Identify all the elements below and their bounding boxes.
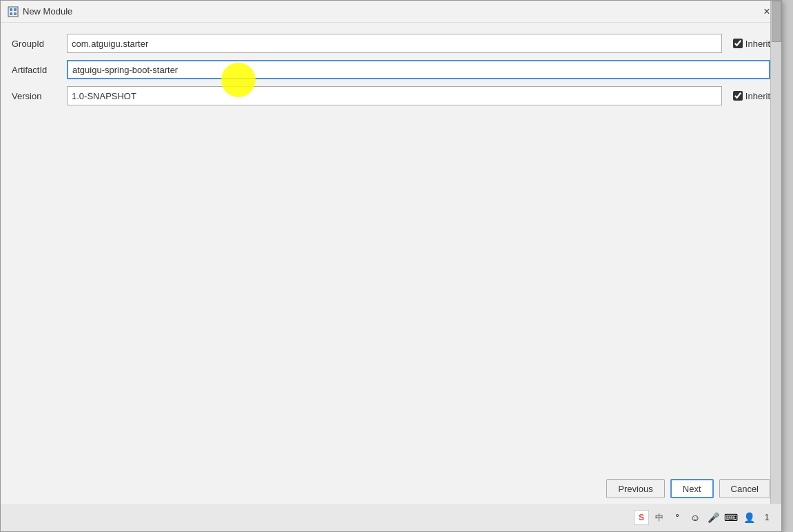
dot-icon[interactable]: ° (670, 510, 685, 525)
version-inherit-label: Inherit (745, 91, 770, 101)
emoji-label: ☺ (690, 512, 700, 523)
cancel-button[interactable]: Cancel (719, 479, 770, 498)
button-row: Previous Next Cancel (606, 479, 770, 498)
artifactid-label: ArtifactId (12, 65, 67, 75)
title-left: New Module (8, 6, 72, 17)
groupid-inherit-checkbox[interactable] (733, 39, 743, 48)
groupid-input-wrapper: Inherit (67, 34, 770, 53)
mic-icon[interactable]: 🎤 (706, 510, 721, 525)
svg-rect-1 (10, 8, 12, 11)
version-inherit-checkbox[interactable] (733, 91, 743, 101)
form-content: GroupId Inherit ArtifactId Version (1, 23, 781, 531)
user-label: 👤 (743, 512, 755, 523)
taskbar: S 中 ° ☺ 🎤 ⌨ 👤 1 (1, 504, 781, 531)
new-module-dialog: New Module × GroupId Inherit ArtifactId (0, 0, 782, 532)
groupid-label: GroupId (12, 39, 67, 49)
emoji-icon[interactable]: ☺ (688, 510, 703, 525)
groupid-input[interactable] (67, 34, 722, 53)
sogou-icon[interactable]: S (634, 510, 649, 525)
sogou-label: S (639, 513, 644, 522)
groupid-row: GroupId Inherit (12, 34, 770, 53)
chinese-input-icon[interactable]: 中 (652, 510, 667, 525)
svg-rect-2 (14, 8, 17, 11)
number-label: 1 (765, 513, 770, 522)
dialog-overlay: New Module × GroupId Inherit ArtifactId (0, 0, 793, 532)
version-input-wrapper: Inherit (67, 86, 770, 105)
dialog-titlebar: New Module × (1, 1, 781, 23)
svg-rect-4 (14, 12, 17, 15)
mic-label: 🎤 (708, 512, 719, 523)
artifactid-row: ArtifactId (12, 60, 770, 79)
version-inherit-wrapper: Inherit (733, 91, 770, 101)
previous-button[interactable]: Previous (606, 479, 665, 498)
version-label: Version (12, 91, 67, 101)
next-button[interactable]: Next (670, 479, 714, 498)
artifactid-input[interactable] (67, 60, 770, 79)
user-icon[interactable]: 👤 (741, 510, 756, 525)
number-icon[interactable]: 1 (759, 510, 774, 525)
groupid-inherit-wrapper: Inherit (733, 39, 770, 49)
scrollbar-thumb[interactable] (772, 1, 781, 42)
groupid-inherit-label: Inherit (745, 39, 770, 49)
keyboard-icon[interactable]: ⌨ (723, 510, 739, 525)
chinese-char: 中 (655, 512, 663, 524)
artifactid-input-wrapper (67, 60, 770, 79)
dialog-title: New Module (23, 6, 72, 17)
svg-rect-3 (10, 12, 12, 15)
module-icon (8, 6, 19, 17)
version-row: Version Inherit (12, 86, 770, 105)
version-input[interactable] (67, 86, 722, 105)
scrollbar[interactable] (770, 1, 781, 531)
dot-label: ° (675, 512, 679, 523)
keyboard-label: ⌨ (724, 512, 738, 523)
